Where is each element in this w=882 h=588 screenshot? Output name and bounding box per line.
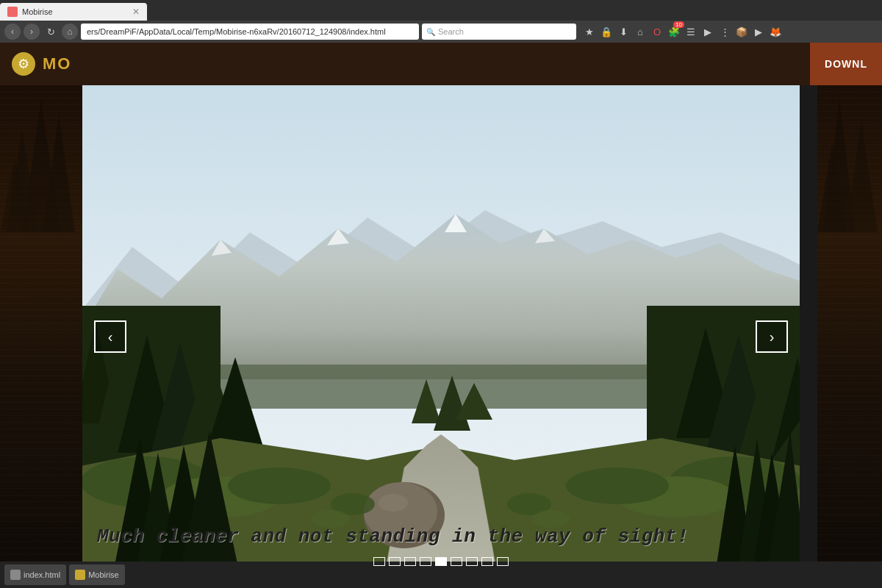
extra-icon-3[interactable]: ▶ bbox=[751, 24, 766, 39]
slideshow-container: ‹ › Much cleaner and not standing in the… bbox=[82, 85, 800, 588]
svg-point-34 bbox=[228, 467, 331, 504]
refresh-button[interactable]: ↻ bbox=[43, 24, 59, 40]
indicator-7[interactable] bbox=[466, 557, 478, 566]
app-logo: ⚙ MO bbox=[12, 52, 71, 76]
extra-icon-1[interactable]: ⋮ bbox=[717, 24, 732, 39]
sidebar-bg-left bbox=[0, 85, 82, 588]
tab-favicon bbox=[7, 7, 18, 17]
menu-icon[interactable]: ☰ bbox=[684, 24, 698, 39]
sidebar-left bbox=[0, 85, 82, 588]
taskbar-item-1[interactable]: index.html bbox=[4, 564, 66, 585]
house-icon[interactable]: ⌂ bbox=[633, 24, 648, 39]
slide-indicators bbox=[373, 557, 509, 566]
indicator-3[interactable] bbox=[404, 557, 416, 566]
bookmark-icon[interactable]: ★ bbox=[582, 24, 597, 39]
indicator-2[interactable] bbox=[389, 557, 401, 566]
svg-point-43 bbox=[379, 494, 408, 512]
extra-icon-4[interactable]: 🦊 bbox=[768, 24, 783, 39]
slide-caption: Much cleaner and not standing in the way… bbox=[82, 526, 800, 548]
app-topbar: ⚙ MO DOWNL bbox=[0, 43, 882, 85]
slide-next-button[interactable]: › bbox=[756, 320, 788, 353]
search-placeholder: Search bbox=[438, 27, 464, 36]
taskbar-icon-1 bbox=[10, 570, 21, 580]
search-icon: 🔍 bbox=[426, 28, 435, 36]
slide-prev-button[interactable]: ‹ bbox=[94, 320, 126, 353]
slide-image bbox=[82, 85, 800, 588]
app-title: MO bbox=[43, 54, 71, 74]
indicator-4[interactable] bbox=[420, 557, 431, 566]
app-area: ⚙ MO DOWNL bbox=[0, 43, 882, 588]
taskbar-icon-2 bbox=[75, 570, 85, 580]
taskbar-label-2: Mobirise bbox=[88, 570, 119, 579]
indicator-9[interactable] bbox=[497, 557, 509, 566]
opera-icon[interactable]: O bbox=[650, 24, 664, 39]
taskbar-item-2[interactable]: Mobirise bbox=[69, 564, 125, 585]
svg-marker-60 bbox=[845, 122, 878, 232]
lock-icon[interactable]: 🔒 bbox=[599, 24, 614, 39]
search-bar[interactable]: 🔍 Search bbox=[422, 24, 576, 40]
browser-chrome: Mobirise ✕ ‹ › ↻ ⌂ ers/DreamPiF/AppData/… bbox=[0, 0, 882, 43]
browser-tabs: Mobirise ✕ bbox=[0, 0, 882, 21]
indicator-5[interactable] bbox=[435, 557, 447, 566]
tab-label: Mobirise bbox=[22, 7, 53, 16]
indicator-6[interactable] bbox=[451, 557, 462, 566]
svg-point-37 bbox=[566, 467, 669, 504]
main-content: ‹ › Much cleaner and not standing in the… bbox=[0, 85, 882, 588]
active-tab[interactable]: Mobirise ✕ bbox=[0, 3, 147, 21]
forward-button[interactable]: › bbox=[24, 24, 40, 40]
download-button[interactable]: DOWNL bbox=[810, 43, 882, 85]
browser-toolbar: ‹ › ↻ ⌂ ers/DreamPiF/AppData/Local/Temp/… bbox=[0, 21, 882, 43]
sidebar-right bbox=[817, 85, 882, 588]
badge-count: 10 bbox=[673, 21, 684, 28]
address-bar[interactable]: ers/DreamPiF/AppData/Local/Temp/Mobirise… bbox=[81, 24, 419, 40]
address-text: ers/DreamPiF/AppData/Local/Temp/Mobirise… bbox=[87, 27, 386, 36]
back-button[interactable]: ‹ bbox=[4, 24, 21, 40]
download-icon[interactable]: ⬇ bbox=[616, 24, 631, 39]
indicator-1[interactable] bbox=[373, 557, 385, 566]
indicator-8[interactable] bbox=[481, 557, 493, 566]
extra-icon-2[interactable]: 📦 bbox=[734, 24, 749, 39]
taskbar-label-1: index.html bbox=[24, 570, 60, 579]
extensions-icon[interactable]: 🧩 10 bbox=[667, 24, 681, 39]
arrow-icon[interactable]: ▶ bbox=[700, 24, 715, 39]
home-button[interactable]: ⌂ bbox=[62, 24, 78, 40]
sidebar-bg-right bbox=[817, 85, 882, 588]
gear-icon: ⚙ bbox=[12, 52, 35, 76]
tab-close-button[interactable]: ✕ bbox=[132, 7, 140, 17]
caption-text: Much cleaner and not standing in the way… bbox=[97, 526, 689, 548]
browser-toolbar-icons: ★ 🔒 ⬇ ⌂ O 🧩 10 ☰ ▶ ⋮ 📦 ▶ 🦊 bbox=[582, 24, 783, 39]
